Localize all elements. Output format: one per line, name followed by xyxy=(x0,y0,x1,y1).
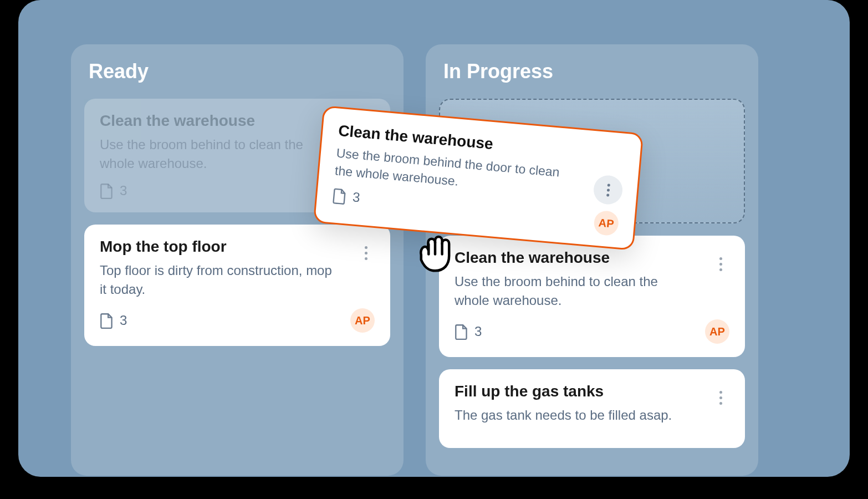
column-in-progress: In Progress Clean the warehouse Use the … xyxy=(426,44,758,476)
card-menu-button[interactable] xyxy=(709,383,732,413)
file-info: 3 xyxy=(100,312,127,329)
column-title-in-progress: In Progress xyxy=(439,60,745,83)
file-icon xyxy=(100,182,114,199)
card-menu-button[interactable] xyxy=(593,174,624,205)
file-info: 3 xyxy=(332,187,361,206)
card-title: Clean the warehouse xyxy=(455,249,729,267)
card-footer: 3 AP xyxy=(100,308,375,333)
card-gas-tanks[interactable]: Fill up the gas tanks The gas tank needs… xyxy=(439,369,745,448)
file-count: 3 xyxy=(352,190,361,206)
file-icon xyxy=(332,187,348,205)
card-description: Use the broom behind to clean the whole … xyxy=(100,135,336,172)
file-count: 3 xyxy=(474,324,482,339)
card-mop-floor[interactable]: Mop the top floor Top floor is dirty fro… xyxy=(84,225,390,346)
assignee-avatar[interactable]: AP xyxy=(593,210,620,237)
file-count: 3 xyxy=(120,313,127,328)
card-description: The gas tank needs to be filled asap. xyxy=(455,406,691,425)
card-menu-button[interactable] xyxy=(355,238,377,268)
card-title: Fill up the gas tanks xyxy=(455,383,729,400)
card-description: Top floor is dirty from construction, mo… xyxy=(100,261,336,298)
file-icon xyxy=(100,312,114,329)
card-description: Use the broom behind to clean the whole … xyxy=(455,272,691,309)
card-clean-warehouse[interactable]: Clean the warehouse Use the broom behind… xyxy=(439,236,745,357)
card-footer: 3 AP xyxy=(455,319,729,344)
file-icon xyxy=(455,323,469,340)
board-viewport: Ready Clean the warehouse Use the broom … xyxy=(18,0,850,477)
grab-cursor-icon xyxy=(410,227,460,277)
assignee-avatar[interactable]: AP xyxy=(705,319,729,344)
card-menu-button[interactable] xyxy=(709,249,732,279)
file-count: 3 xyxy=(120,183,127,198)
assignee-avatar[interactable]: AP xyxy=(350,308,375,333)
file-info: 3 xyxy=(100,182,127,199)
file-info: 3 xyxy=(455,323,482,340)
card-title: Mop the top floor xyxy=(100,238,375,256)
column-title-ready: Ready xyxy=(84,60,390,83)
